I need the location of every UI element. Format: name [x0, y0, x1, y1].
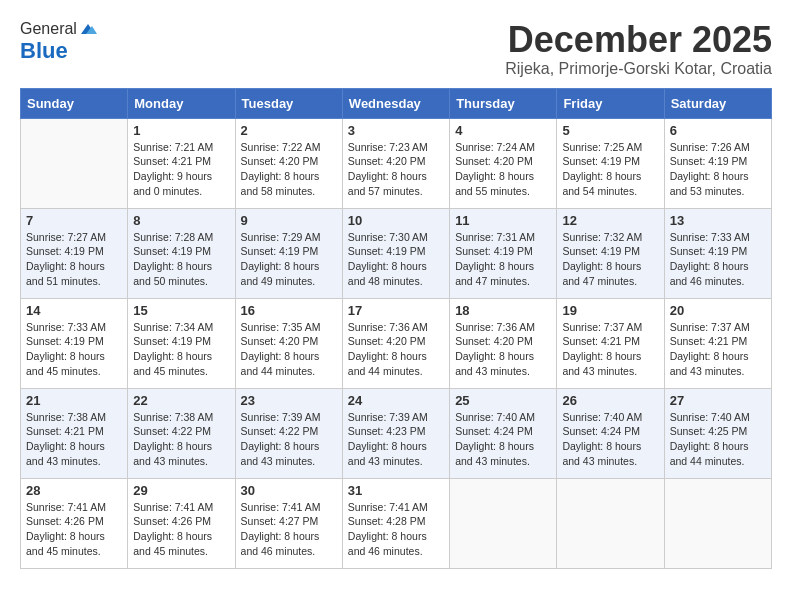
day-info: Sunrise: 7:39 AM Sunset: 4:22 PM Dayligh…: [241, 410, 337, 469]
calendar-cell: 11Sunrise: 7:31 AM Sunset: 4:19 PM Dayli…: [450, 208, 557, 298]
calendar-cell: [21, 118, 128, 208]
header-day-saturday: Saturday: [664, 88, 771, 118]
calendar-cell: 9Sunrise: 7:29 AM Sunset: 4:19 PM Daylig…: [235, 208, 342, 298]
day-number: 5: [562, 123, 658, 138]
day-info: Sunrise: 7:41 AM Sunset: 4:26 PM Dayligh…: [26, 500, 122, 559]
calendar-cell: 5Sunrise: 7:25 AM Sunset: 4:19 PM Daylig…: [557, 118, 664, 208]
calendar-week-row: 14Sunrise: 7:33 AM Sunset: 4:19 PM Dayli…: [21, 298, 772, 388]
day-info: Sunrise: 7:27 AM Sunset: 4:19 PM Dayligh…: [26, 230, 122, 289]
day-number: 22: [133, 393, 229, 408]
calendar-cell: 13Sunrise: 7:33 AM Sunset: 4:19 PM Dayli…: [664, 208, 771, 298]
day-info: Sunrise: 7:37 AM Sunset: 4:21 PM Dayligh…: [670, 320, 766, 379]
day-info: Sunrise: 7:23 AM Sunset: 4:20 PM Dayligh…: [348, 140, 444, 199]
day-info: Sunrise: 7:38 AM Sunset: 4:21 PM Dayligh…: [26, 410, 122, 469]
logo-blue-text: Blue: [20, 38, 68, 64]
day-info: Sunrise: 7:37 AM Sunset: 4:21 PM Dayligh…: [562, 320, 658, 379]
day-info: Sunrise: 7:35 AM Sunset: 4:20 PM Dayligh…: [241, 320, 337, 379]
calendar-cell: 23Sunrise: 7:39 AM Sunset: 4:22 PM Dayli…: [235, 388, 342, 478]
day-info: Sunrise: 7:26 AM Sunset: 4:19 PM Dayligh…: [670, 140, 766, 199]
calendar-cell: 31Sunrise: 7:41 AM Sunset: 4:28 PM Dayli…: [342, 478, 449, 568]
day-number: 7: [26, 213, 122, 228]
day-info: Sunrise: 7:25 AM Sunset: 4:19 PM Dayligh…: [562, 140, 658, 199]
day-info: Sunrise: 7:36 AM Sunset: 4:20 PM Dayligh…: [455, 320, 551, 379]
calendar-cell: [450, 478, 557, 568]
calendar-cell: 4Sunrise: 7:24 AM Sunset: 4:20 PM Daylig…: [450, 118, 557, 208]
calendar-cell: 25Sunrise: 7:40 AM Sunset: 4:24 PM Dayli…: [450, 388, 557, 478]
day-number: 13: [670, 213, 766, 228]
day-number: 18: [455, 303, 551, 318]
day-number: 30: [241, 483, 337, 498]
header-day-thursday: Thursday: [450, 88, 557, 118]
day-info: Sunrise: 7:39 AM Sunset: 4:23 PM Dayligh…: [348, 410, 444, 469]
calendar-cell: 17Sunrise: 7:36 AM Sunset: 4:20 PM Dayli…: [342, 298, 449, 388]
day-number: 28: [26, 483, 122, 498]
day-info: Sunrise: 7:24 AM Sunset: 4:20 PM Dayligh…: [455, 140, 551, 199]
day-number: 31: [348, 483, 444, 498]
day-number: 2: [241, 123, 337, 138]
day-number: 25: [455, 393, 551, 408]
day-info: Sunrise: 7:31 AM Sunset: 4:19 PM Dayligh…: [455, 230, 551, 289]
calendar-cell: 29Sunrise: 7:41 AM Sunset: 4:26 PM Dayli…: [128, 478, 235, 568]
calendar-week-row: 21Sunrise: 7:38 AM Sunset: 4:21 PM Dayli…: [21, 388, 772, 478]
calendar-week-row: 28Sunrise: 7:41 AM Sunset: 4:26 PM Dayli…: [21, 478, 772, 568]
day-info: Sunrise: 7:41 AM Sunset: 4:26 PM Dayligh…: [133, 500, 229, 559]
day-number: 23: [241, 393, 337, 408]
calendar-cell: 7Sunrise: 7:27 AM Sunset: 4:19 PM Daylig…: [21, 208, 128, 298]
day-info: Sunrise: 7:36 AM Sunset: 4:20 PM Dayligh…: [348, 320, 444, 379]
calendar-table: SundayMondayTuesdayWednesdayThursdayFrid…: [20, 88, 772, 569]
calendar-cell: 19Sunrise: 7:37 AM Sunset: 4:21 PM Dayli…: [557, 298, 664, 388]
calendar-cell: 15Sunrise: 7:34 AM Sunset: 4:19 PM Dayli…: [128, 298, 235, 388]
calendar-cell: 21Sunrise: 7:38 AM Sunset: 4:21 PM Dayli…: [21, 388, 128, 478]
calendar-cell: 20Sunrise: 7:37 AM Sunset: 4:21 PM Dayli…: [664, 298, 771, 388]
day-info: Sunrise: 7:29 AM Sunset: 4:19 PM Dayligh…: [241, 230, 337, 289]
day-info: Sunrise: 7:40 AM Sunset: 4:24 PM Dayligh…: [455, 410, 551, 469]
header-day-monday: Monday: [128, 88, 235, 118]
calendar-cell: 12Sunrise: 7:32 AM Sunset: 4:19 PM Dayli…: [557, 208, 664, 298]
day-number: 3: [348, 123, 444, 138]
day-info: Sunrise: 7:32 AM Sunset: 4:19 PM Dayligh…: [562, 230, 658, 289]
day-info: Sunrise: 7:40 AM Sunset: 4:24 PM Dayligh…: [562, 410, 658, 469]
day-number: 27: [670, 393, 766, 408]
calendar-cell: 28Sunrise: 7:41 AM Sunset: 4:26 PM Dayli…: [21, 478, 128, 568]
calendar-header-row: SundayMondayTuesdayWednesdayThursdayFrid…: [21, 88, 772, 118]
calendar-week-row: 1Sunrise: 7:21 AM Sunset: 4:21 PM Daylig…: [21, 118, 772, 208]
calendar-cell: 2Sunrise: 7:22 AM Sunset: 4:20 PM Daylig…: [235, 118, 342, 208]
calendar-cell: 24Sunrise: 7:39 AM Sunset: 4:23 PM Dayli…: [342, 388, 449, 478]
day-info: Sunrise: 7:21 AM Sunset: 4:21 PM Dayligh…: [133, 140, 229, 199]
day-info: Sunrise: 7:41 AM Sunset: 4:28 PM Dayligh…: [348, 500, 444, 559]
day-info: Sunrise: 7:30 AM Sunset: 4:19 PM Dayligh…: [348, 230, 444, 289]
day-number: 10: [348, 213, 444, 228]
header-day-wednesday: Wednesday: [342, 88, 449, 118]
header-day-tuesday: Tuesday: [235, 88, 342, 118]
calendar-cell: 8Sunrise: 7:28 AM Sunset: 4:19 PM Daylig…: [128, 208, 235, 298]
day-number: 6: [670, 123, 766, 138]
day-number: 16: [241, 303, 337, 318]
day-number: 24: [348, 393, 444, 408]
day-number: 17: [348, 303, 444, 318]
calendar-cell: 27Sunrise: 7:40 AM Sunset: 4:25 PM Dayli…: [664, 388, 771, 478]
day-number: 21: [26, 393, 122, 408]
day-number: 15: [133, 303, 229, 318]
day-number: 11: [455, 213, 551, 228]
day-number: 26: [562, 393, 658, 408]
calendar-cell: 1Sunrise: 7:21 AM Sunset: 4:21 PM Daylig…: [128, 118, 235, 208]
logo-general-text: General: [20, 20, 77, 38]
calendar-cell: 26Sunrise: 7:40 AM Sunset: 4:24 PM Dayli…: [557, 388, 664, 478]
location-text: Rijeka, Primorje-Gorski Kotar, Croatia: [505, 60, 772, 78]
calendar-cell: [557, 478, 664, 568]
month-title: December 2025: [505, 20, 772, 60]
day-number: 12: [562, 213, 658, 228]
calendar-cell: 6Sunrise: 7:26 AM Sunset: 4:19 PM Daylig…: [664, 118, 771, 208]
header-day-friday: Friday: [557, 88, 664, 118]
day-info: Sunrise: 7:41 AM Sunset: 4:27 PM Dayligh…: [241, 500, 337, 559]
title-section: December 2025 Rijeka, Primorje-Gorski Ko…: [505, 20, 772, 78]
day-number: 4: [455, 123, 551, 138]
calendar-cell: 14Sunrise: 7:33 AM Sunset: 4:19 PM Dayli…: [21, 298, 128, 388]
calendar-cell: 10Sunrise: 7:30 AM Sunset: 4:19 PM Dayli…: [342, 208, 449, 298]
day-info: Sunrise: 7:34 AM Sunset: 4:19 PM Dayligh…: [133, 320, 229, 379]
day-number: 29: [133, 483, 229, 498]
day-number: 14: [26, 303, 122, 318]
logo: General Blue: [20, 20, 97, 64]
calendar-cell: 3Sunrise: 7:23 AM Sunset: 4:20 PM Daylig…: [342, 118, 449, 208]
page-header: General Blue December 2025 Rijeka, Primo…: [20, 20, 772, 78]
